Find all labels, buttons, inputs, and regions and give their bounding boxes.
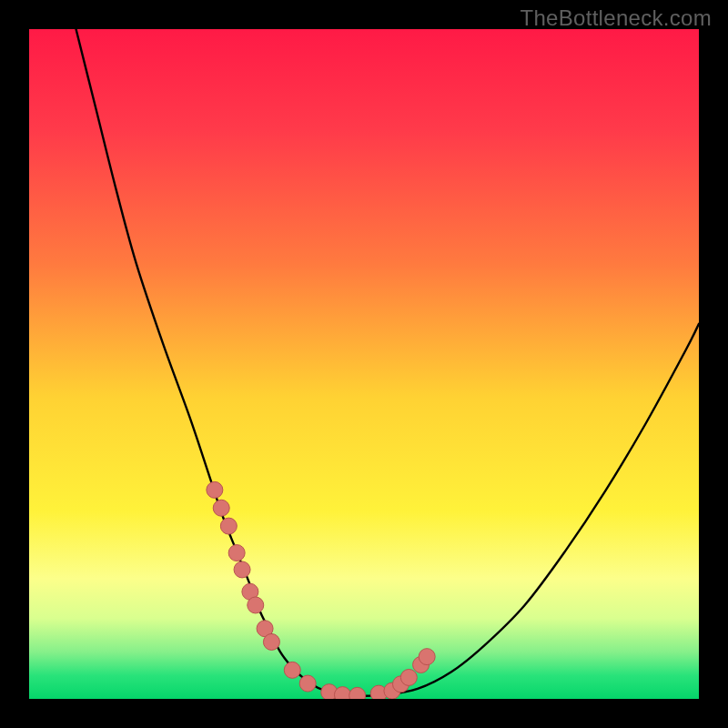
data-marker <box>263 633 279 650</box>
data-marker <box>220 518 237 534</box>
data-marker <box>299 675 316 692</box>
data-marker <box>234 561 250 578</box>
data-marker <box>213 500 229 516</box>
gradient-background <box>29 29 699 699</box>
plot-area <box>29 29 699 699</box>
watermark-text: TheBottleneck.com <box>520 5 712 31</box>
data-marker <box>284 662 300 678</box>
data-marker <box>248 597 264 613</box>
bottleneck-chart <box>29 29 699 699</box>
data-marker <box>334 687 350 699</box>
data-marker <box>349 687 366 699</box>
data-marker <box>207 481 223 498</box>
data-marker <box>419 649 435 665</box>
outer-frame: TheBottleneck.com <box>0 0 728 728</box>
data-marker <box>228 545 245 561</box>
data-marker <box>400 669 417 685</box>
